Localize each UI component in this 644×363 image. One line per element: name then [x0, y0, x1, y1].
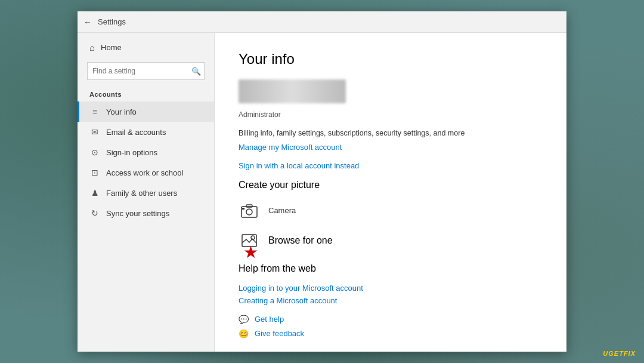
main-content: Your info Administrator Billing info, fa… [215, 33, 566, 352]
sign-in-options-label: Sign-in options [106, 148, 157, 157]
billing-text: Billing info, family settings, subscript… [239, 128, 543, 139]
access-work-school-label: Access work or school [106, 168, 183, 177]
give-feedback-label: Give feedback [255, 329, 304, 338]
browse-label: Browse for one [268, 235, 333, 246]
watermark: UGETFIX [603, 350, 636, 357]
page-title: Your info [239, 51, 543, 67]
get-help-item[interactable]: 💬 Get help [239, 315, 543, 324]
settings-window: ← Settings ⌂ Home 🔍 Accounts ≡ Your info… [78, 11, 566, 352]
get-help-icon: 💬 [239, 315, 249, 324]
camera-label: Camera [268, 206, 296, 215]
help-title: Help from the web [239, 263, 543, 274]
give-feedback-item[interactable]: 😊 Give feedback [239, 329, 543, 339]
sync-icon: ↻ [89, 208, 100, 218]
sync-settings-label: Sync your settings [106, 209, 169, 218]
sidebar-item-your-info[interactable]: ≡ Your info [78, 101, 214, 122]
svg-point-1 [246, 209, 252, 215]
sidebar-item-sync-settings[interactable]: ↻ Sync your settings [78, 203, 214, 223]
email-accounts-label: Email & accounts [106, 128, 166, 137]
sidebar-item-family-other-users[interactable]: ♟ Family & other users [78, 183, 214, 203]
your-info-icon: ≡ [89, 107, 100, 116]
home-label: Home [101, 43, 122, 52]
camera-option[interactable]: Camera [239, 200, 543, 222]
sidebar-item-access-work-school[interactable]: ⊡ Access work or school [78, 162, 214, 183]
manage-microsoft-account-link[interactable]: Manage my Microsoft account [239, 143, 543, 152]
home-icon: ⌂ [89, 42, 95, 53]
red-star-icon: ★ [243, 244, 258, 261]
avatar [239, 79, 346, 103]
admin-label: Administrator [239, 110, 543, 119]
family-other-users-label: Family & other users [106, 189, 177, 198]
sidebar: ⌂ Home 🔍 Accounts ≡ Your info ✉ Email & … [78, 33, 215, 352]
sidebar-item-sign-in-options[interactable]: ⊙ Sign-in options [78, 142, 214, 162]
window-title: Settings [98, 17, 126, 26]
sidebar-item-home[interactable]: ⌂ Home [78, 38, 214, 57]
browse-icon: ★ [239, 230, 260, 251]
search-input[interactable] [87, 62, 205, 80]
accounts-section-label: Accounts [78, 85, 214, 101]
svg-rect-2 [246, 205, 252, 207]
title-bar: ← Settings [78, 11, 566, 33]
work-icon: ⊡ [89, 168, 100, 177]
svg-rect-3 [242, 208, 244, 210]
creating-account-link[interactable]: Creating a Microsoft account [239, 296, 543, 305]
back-button[interactable]: ← [83, 17, 92, 27]
camera-icon [239, 200, 260, 222]
browse-option[interactable]: ★ Browse for one [239, 230, 543, 251]
content-area: ⌂ Home 🔍 Accounts ≡ Your info ✉ Email & … [78, 33, 566, 352]
give-feedback-icon: 😊 [239, 329, 249, 339]
your-info-label: Your info [106, 107, 137, 116]
search-icon: 🔍 [191, 67, 201, 76]
create-picture-title: Create your picture [239, 180, 543, 190]
sign-in-icon: ⊙ [89, 147, 100, 157]
email-icon: ✉ [89, 127, 100, 137]
family-icon: ♟ [89, 188, 100, 198]
sign-in-local-account-link[interactable]: Sign in with a local account instead [239, 161, 543, 170]
search-box[interactable]: 🔍 [87, 62, 205, 80]
sidebar-item-email-accounts[interactable]: ✉ Email & accounts [78, 122, 214, 142]
get-help-label: Get help [255, 315, 284, 324]
logging-in-link[interactable]: Logging in to your Microsoft account [239, 284, 543, 293]
help-section: Help from the web Logging in to your Mic… [239, 263, 543, 339]
